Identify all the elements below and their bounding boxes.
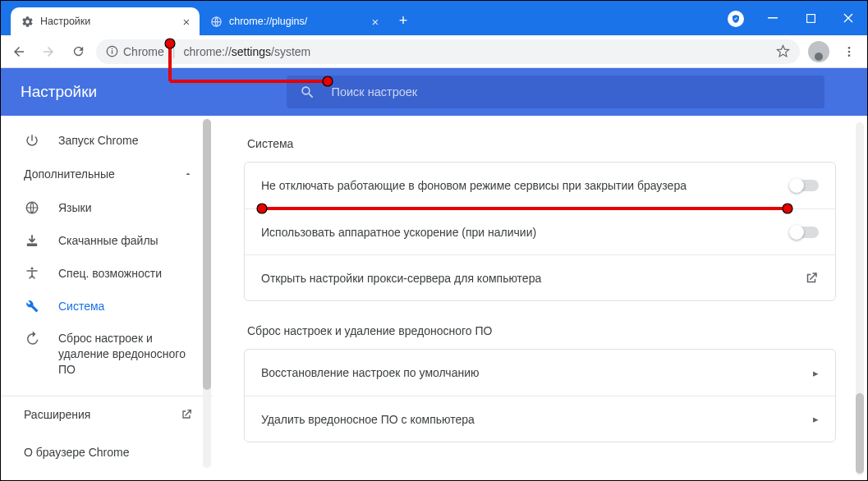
- toggle-hardware-accel[interactable]: [791, 227, 819, 238]
- sidebar-label: О браузере Chrome: [24, 446, 130, 459]
- chevron-right-icon: ▸: [813, 413, 819, 425]
- row-label: Удалить вредоносное ПО с компьютера: [261, 413, 475, 426]
- row-restore-defaults[interactable]: Восстановление настроек по умолчанию ▸: [245, 350, 835, 396]
- row-label: Не отключать работающие в фоновом режиме…: [261, 179, 687, 192]
- chevron-right-icon: ▸: [813, 367, 819, 379]
- svg-rect-4: [112, 50, 113, 53]
- reload-button[interactable]: [67, 40, 90, 63]
- forward-button: [37, 40, 60, 63]
- settings-sidebar: Запуск Chrome Дополнительные Языки Скача…: [1, 116, 213, 480]
- search-input[interactable]: [332, 85, 811, 98]
- restore-icon: [24, 332, 40, 346]
- sidebar-label: Расширения: [24, 408, 90, 421]
- svg-point-7: [848, 50, 851, 53]
- toggle-background-apps[interactable]: [791, 180, 819, 191]
- section-label: Дополнительные: [24, 167, 115, 181]
- sidebar-label: Языки: [58, 201, 92, 214]
- system-card: Не отключать работающие в фоновом режиме…: [244, 162, 836, 301]
- star-icon[interactable]: [776, 44, 790, 58]
- minimize-button[interactable]: [754, 1, 792, 35]
- maximize-button[interactable]: [792, 1, 829, 35]
- window-titlebar: Настройки × chrome://plugins/ × +: [1, 1, 867, 35]
- open-external-icon: [180, 408, 193, 421]
- row-label: Открыть настройки прокси-сервера для ком…: [261, 272, 541, 285]
- svg-rect-1: [768, 17, 778, 19]
- new-tab-button[interactable]: +: [392, 9, 415, 32]
- tab-strip: Настройки × chrome://plugins/ × +: [1, 1, 723, 35]
- tab-close-button[interactable]: ×: [369, 15, 382, 28]
- sidebar-label: Спец. возможности: [58, 267, 162, 280]
- sidebar-item-about[interactable]: О браузере Chrome: [1, 433, 213, 471]
- row-remove-malware[interactable]: Удалить вредоносное ПО с компьютера ▸: [245, 396, 835, 442]
- open-external-icon: [804, 271, 819, 286]
- reset-card: Восстановление настроек по умолчанию ▸ У…: [244, 349, 836, 442]
- svg-rect-5: [112, 48, 113, 49]
- sidebar-item-downloads[interactable]: Скачанные файлы: [1, 224, 213, 257]
- tab-settings[interactable]: Настройки ×: [11, 7, 200, 35]
- sidebar-item-startup[interactable]: Запуск Chrome: [1, 124, 213, 157]
- wrench-icon: [24, 299, 40, 314]
- extension-shield-icon[interactable]: [728, 11, 744, 27]
- tab-title: Настройки: [40, 16, 173, 27]
- search-box[interactable]: [287, 76, 824, 108]
- secure-label: Chrome: [123, 45, 164, 58]
- sidebar-item-extensions[interactable]: Расширения: [1, 396, 213, 433]
- profile-button[interactable]: [808, 41, 829, 62]
- tab-close-button[interactable]: ×: [180, 15, 193, 28]
- gear-icon: [21, 15, 34, 28]
- chevron-up-icon: [183, 169, 193, 179]
- page-title: Настройки: [1, 83, 243, 101]
- settings-main: Система Не отключать работающие в фоново…: [213, 116, 867, 480]
- sidebar-scrollbar-thumb[interactable]: [203, 119, 211, 390]
- row-proxy-settings[interactable]: Открыть настройки прокси-сервера для ком…: [245, 254, 835, 300]
- back-button[interactable]: [7, 40, 30, 63]
- power-icon: [24, 133, 40, 148]
- search-icon: [300, 85, 315, 100]
- url-text: chrome://settings/system: [183, 45, 768, 58]
- sidebar-item-languages[interactable]: Языки: [1, 191, 213, 224]
- svg-point-6: [848, 47, 851, 49]
- row-label: Использовать аппаратное ускорение (при н…: [261, 226, 536, 239]
- sidebar-item-system[interactable]: Система: [1, 290, 213, 323]
- download-icon: [24, 233, 40, 248]
- section-title-reset: Сброс настроек и удаление вредоносного П…: [247, 324, 836, 337]
- row-label: Восстановление настроек по умолчанию: [261, 366, 479, 379]
- menu-button[interactable]: [838, 40, 861, 63]
- sidebar-item-accessibility[interactable]: Спец. возможности: [1, 257, 213, 290]
- row-background-apps[interactable]: Не отключать работающие в фоновом режиме…: [245, 163, 835, 208]
- svg-point-10: [31, 268, 34, 270]
- sidebar-label: Система: [58, 300, 104, 313]
- globe-icon: [24, 200, 40, 215]
- window-controls: [754, 1, 867, 35]
- sidebar-label: Сброс настроек и удаление вредоносного П…: [58, 331, 204, 378]
- site-info-button[interactable]: Chrome: [106, 45, 164, 58]
- section-title-system: Система: [247, 137, 836, 150]
- page-scrollbar-thumb[interactable]: [856, 393, 864, 474]
- globe-icon: [209, 15, 223, 28]
- tab-plugins[interactable]: chrome://plugins/ ×: [200, 7, 388, 35]
- sidebar-label: Запуск Chrome: [58, 134, 138, 147]
- sidebar-section-advanced[interactable]: Дополнительные: [1, 157, 213, 191]
- svg-point-8: [848, 54, 851, 57]
- sidebar-label: Скачанные файлы: [58, 234, 158, 247]
- accessibility-icon: [24, 266, 40, 281]
- svg-rect-2: [806, 14, 815, 22]
- content-area: Настройки Запуск Chrome Дополнительные Я…: [1, 68, 867, 480]
- row-hardware-accel[interactable]: Использовать аппаратное ускорение (при н…: [245, 208, 835, 254]
- settings-header: Настройки: [1, 68, 867, 116]
- sidebar-item-reset[interactable]: Сброс настроек и удаление вредоносного П…: [1, 323, 213, 386]
- tab-title: chrome://plugins/: [229, 16, 362, 27]
- address-bar[interactable]: Chrome | chrome://settings/system: [96, 39, 800, 64]
- close-window-button[interactable]: [829, 1, 867, 35]
- toolbar: Chrome | chrome://settings/system: [1, 35, 867, 68]
